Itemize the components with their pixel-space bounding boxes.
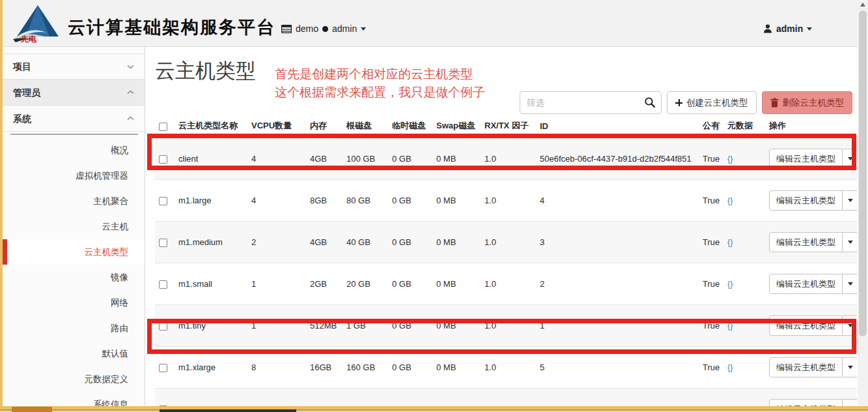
caret-down-icon xyxy=(848,282,853,286)
col-header-public[interactable]: 公有 xyxy=(699,116,723,138)
metadata-link[interactable]: {} xyxy=(727,362,733,372)
flavor-ephemeral-disk: 0 GB xyxy=(388,263,432,305)
row-checkbox[interactable] xyxy=(159,239,167,247)
table-row[interactable]: m1.medium 2 4GB 40 GB 0 GB 0 MB 1.0 3 Tr… xyxy=(155,222,857,263)
flavor-id: 1 xyxy=(536,305,699,347)
sidebar-item-images[interactable]: 镜像 xyxy=(3,265,145,290)
table-row[interactable]: m1.large 4 8GB 80 GB 0 GB 0 MB 1.0 4 Tru… xyxy=(155,180,857,222)
edit-flavor-dropdown[interactable] xyxy=(843,149,857,169)
flavor-vcpus: 4 xyxy=(247,180,306,222)
row-checkbox[interactable] xyxy=(159,364,167,372)
table-row[interactable]: m1.small 1 2GB 20 GB 0 GB 0 MB 1.0 2 Tru… xyxy=(155,263,857,305)
bottom-dark-segment xyxy=(160,409,296,412)
metadata-link[interactable]: {} xyxy=(727,237,733,247)
bottom-orange-segment xyxy=(12,407,52,412)
sidebar-item-routers[interactable]: 路由 xyxy=(3,316,145,341)
flavor-id: 2 xyxy=(536,263,699,305)
flavors-table: 云主机类型名称 VCPU数量 内存 根磁盘 临时磁盘 Swap磁盘 RX/TX … xyxy=(155,116,857,412)
edit-flavor-button[interactable]: 编辑云主机类型 xyxy=(769,274,843,294)
col-header-swap-disk[interactable]: Swap磁盘 xyxy=(432,116,481,138)
sidebar-item-metadata-definitions[interactable]: 元数据定义 xyxy=(3,366,145,392)
brand-title: 云计算基础架构服务平台 xyxy=(68,16,275,39)
sidebar-item-instances[interactable]: 云主机 xyxy=(3,214,145,239)
metadata-link[interactable]: {} xyxy=(727,321,733,331)
flavor-root-disk: 100 GB xyxy=(343,138,388,180)
flavor-ram: 4GB xyxy=(306,222,343,263)
sidebar-section-admin[interactable]: 管理员 xyxy=(3,80,145,106)
table-row[interactable]: client 4 4GB 100 GB 0 GB 0 MB 1.0 50e6fc… xyxy=(155,138,857,180)
caret-down-icon xyxy=(848,241,853,244)
col-header-id[interactable]: ID xyxy=(536,116,699,138)
table-header-row: 云主机类型名称 VCPU数量 内存 根磁盘 临时磁盘 Swap磁盘 RX/TX … xyxy=(155,116,857,138)
edit-flavor-dropdown[interactable] xyxy=(843,316,857,336)
create-flavor-button[interactable]: 创建云主机类型 xyxy=(667,91,757,114)
table-row[interactable]: m1.xlarge 8 16GB 160 GB 0 GB 0 MB 1.0 5 … xyxy=(155,347,857,389)
select-all-checkbox[interactable] xyxy=(159,123,167,131)
edit-flavor-button[interactable]: 编辑云主机类型 xyxy=(769,232,843,252)
flavor-ram: 8GB xyxy=(306,180,343,222)
user-menu-label: admin xyxy=(776,23,803,34)
sidebar-section-system[interactable]: 系统 xyxy=(3,106,145,132)
caret-down-icon xyxy=(848,199,853,202)
col-header-vcpus[interactable]: VCPU数量 xyxy=(247,116,306,138)
table-row[interactable]: m1.tiny 1 512MB 1 GB 0 GB 0 MB 1.0 1 Tru… xyxy=(155,305,857,347)
create-flavor-label: 创建云主机类型 xyxy=(686,97,748,109)
sidebar-item-flavors[interactable]: 云主机类型 xyxy=(3,239,145,265)
col-header-ephemeral-disk[interactable]: 临时磁盘 xyxy=(388,116,432,138)
flavor-public: True xyxy=(699,263,723,305)
scrollbar-thumb[interactable] xyxy=(859,10,867,336)
search-button[interactable] xyxy=(642,95,658,111)
flavor-name: m1.medium xyxy=(175,222,247,263)
row-checkbox[interactable] xyxy=(159,155,167,164)
delete-flavor-button[interactable]: 删除云主机类型 xyxy=(762,91,853,114)
col-header-ram[interactable]: 内存 xyxy=(306,116,343,138)
sidebar-section-label: 项目 xyxy=(13,53,31,80)
edit-flavor-dropdown[interactable] xyxy=(843,357,857,377)
sidebar-nav: 概况 虚拟机管理器 主机聚合 云主机 云主机类型 镜像 网络 路由 默认值 元数… xyxy=(3,138,145,412)
row-checkbox[interactable] xyxy=(159,322,167,331)
caret-down-icon xyxy=(848,157,853,160)
edit-flavor-dropdown[interactable] xyxy=(843,190,857,211)
sidebar-item-networks[interactable]: 网络 xyxy=(3,290,145,316)
row-checkbox[interactable] xyxy=(159,197,167,205)
context-switcher[interactable]: demo admin xyxy=(281,23,366,34)
edit-flavor-button[interactable]: 编辑云主机类型 xyxy=(769,149,843,169)
col-header-metadata[interactable]: 元数据 xyxy=(723,116,765,138)
user-menu[interactable]: admin xyxy=(763,23,812,34)
edit-flavor-button[interactable]: 编辑云主机类型 xyxy=(769,357,843,377)
edit-flavor-button[interactable]: 编辑云主机类型 xyxy=(769,190,843,211)
sidebar-divider xyxy=(10,134,138,135)
chevron-up-icon xyxy=(127,90,134,95)
col-header-name[interactable]: 云主机类型名称 xyxy=(175,116,247,138)
vertical-scrollbar[interactable] xyxy=(858,0,868,412)
sidebar-item-overview[interactable]: 概况 xyxy=(3,138,145,163)
caret-down-icon xyxy=(848,324,853,327)
flavor-vcpus: 2 xyxy=(247,222,306,263)
edit-flavor-dropdown[interactable] xyxy=(843,274,857,294)
sidebar: 项目 管理员 系统 概况 虚拟机管理器 主机聚合 云主机 云主机类型 镜像 网络… xyxy=(3,47,145,412)
flavor-public: True xyxy=(699,222,723,263)
col-header-root-disk[interactable]: 根磁盘 xyxy=(343,116,388,138)
flavor-name: m1.small xyxy=(175,263,247,305)
flavor-root-disk: 1 GB xyxy=(343,305,388,347)
row-checkbox[interactable] xyxy=(159,280,167,289)
sidebar-item-defaults[interactable]: 默认值 xyxy=(3,341,145,366)
metadata-link[interactable]: {} xyxy=(727,279,733,289)
flavor-public: True xyxy=(699,305,723,347)
metadata-link[interactable]: {} xyxy=(727,196,733,205)
bottom-gold-bar xyxy=(0,406,868,411)
scroll-up-arrow-icon[interactable] xyxy=(860,3,865,7)
context-user-label: admin xyxy=(332,23,357,34)
edit-flavor-dropdown[interactable] xyxy=(843,232,857,252)
col-header-rxtx[interactable]: RX/TX 因子 xyxy=(481,116,536,138)
sidebar-item-hypervisors[interactable]: 虚拟机管理器 xyxy=(3,163,145,188)
flavor-root-disk: 80 GB xyxy=(343,180,388,222)
flavor-ephemeral-disk: 0 GB xyxy=(388,180,432,222)
sidebar-item-host-aggregates[interactable]: 主机聚合 xyxy=(3,188,145,214)
filter-input[interactable] xyxy=(520,91,662,114)
sidebar-section-project[interactable]: 项目 xyxy=(3,53,145,80)
annotation-line-1: 首先是创建两个相对应的云主机类型 xyxy=(275,65,485,83)
edit-flavor-button[interactable]: 编辑云主机类型 xyxy=(769,316,843,336)
metadata-link[interactable]: {} xyxy=(727,154,733,164)
filter-field xyxy=(520,91,662,114)
